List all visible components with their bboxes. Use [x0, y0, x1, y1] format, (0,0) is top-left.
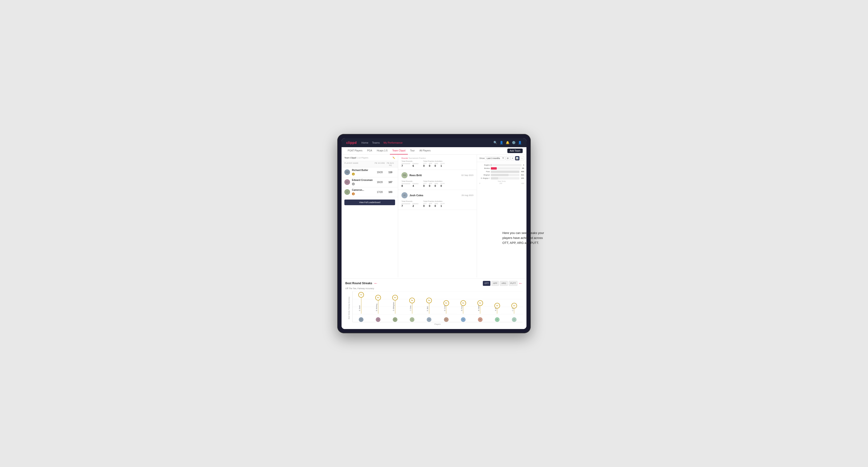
ott-stat: OTT 0 [423, 203, 427, 207]
left-panel: Team Clippd | 14 Players ✏️ PLAYER NAME … [342, 155, 398, 277]
tablet-screen: clippd Home Teams My Performance 🔍 👤 🔔 ⚙… [342, 138, 526, 329]
player-avg: 103 [385, 191, 395, 193]
player-score: 17/20 [374, 191, 385, 193]
show-select[interactable]: Last 3 months Last 6 months Last 12 mont… [485, 156, 505, 160]
metric-tab-app[interactable]: APP [491, 281, 499, 286]
tournament-stat: Tournament 7 [401, 163, 410, 167]
chart-view-button[interactable]: 📊 [515, 156, 519, 160]
streak-avatar: J [410, 317, 414, 322]
team-name: Team Clippd [344, 157, 356, 159]
grid-line [352, 314, 523, 314]
player-name: Richard Butler [352, 169, 374, 172]
total-rounds-group: Total Rounds Tournament 7 Practice 6 [401, 160, 418, 167]
grid-line [352, 291, 523, 292]
streak-avatar: E [359, 317, 364, 322]
streak-avatar: E [444, 317, 448, 322]
bar-fill [491, 177, 498, 180]
nav-home[interactable]: Home [361, 140, 368, 145]
card-avatar: JC [401, 192, 408, 198]
view-leaderboard-button[interactable]: View Full Leaderboard [344, 199, 395, 205]
table-view-button[interactable]: ↕ [520, 156, 524, 160]
player-info: Richard Butler 1 [352, 169, 374, 176]
player-score: 18/20 [374, 181, 385, 184]
tournament-sub-label: Tournament [401, 183, 410, 184]
table-row[interactable]: C Cameron... 3 17/20 103 [342, 187, 398, 197]
streak-bubble: 6x [375, 295, 381, 301]
col-pb-score: PB SCORE [374, 162, 385, 166]
metric-tab-ott[interactable]: OTT [483, 281, 490, 286]
player-avg: 110 [385, 171, 395, 174]
player-avg: 107 [385, 181, 395, 184]
card-player-name: Josh Coles [409, 194, 460, 197]
putt-value: 1 [440, 205, 445, 207]
table-row[interactable]: EC Edward Crossman 2 18/20 107 [342, 177, 398, 187]
nav-teams[interactable]: Teams [372, 140, 380, 145]
edit-icon[interactable]: ✏️ [393, 157, 395, 159]
putt-value: 0 [440, 184, 445, 187]
nav-my-performance[interactable]: My Performance [383, 140, 403, 145]
list-view-button[interactable]: ≡ [510, 156, 515, 160]
avatar-icon[interactable]: 👤 [518, 141, 522, 144]
chart-area: Eagles 3 Birdies 96 [477, 162, 526, 186]
metric-tab-arg[interactable]: ARG [500, 281, 508, 286]
arg-value: 0 [434, 164, 438, 167]
player-badge: 2 [352, 183, 355, 185]
arg-label: ARG [434, 203, 438, 205]
show-bar: Show Last 3 months Last 6 months Last 12… [477, 155, 526, 162]
subnav-pga[interactable]: PGA [365, 147, 374, 154]
arg-value: 0 [434, 184, 438, 187]
streak-bubble: 7x [358, 292, 364, 298]
practice-sub-label: Practice [412, 163, 418, 164]
bar-container [491, 177, 519, 180]
bar-label: D. Bogeys + [479, 177, 490, 179]
putt-value: 1 [440, 164, 445, 167]
bar-value: 131 [521, 177, 524, 179]
putt-label: PUTT [440, 203, 445, 205]
right-panel: Show Last 3 months Last 6 months Last 12… [477, 155, 526, 277]
putt-label: PUTT [440, 183, 445, 184]
arg-label: ARG [434, 183, 438, 184]
practice-sub-label: Practice [412, 203, 418, 205]
arg-stat: ARG 0 [434, 183, 438, 187]
streak-chart-area: Best Streak, Fairway Accuracy 7xE. Ewert… [342, 291, 526, 329]
navbar: clippd Home Teams My Performance 🔍 👤 🔔 ⚙… [342, 138, 526, 147]
ott-label: OTT [423, 183, 427, 184]
app-label: APP [429, 203, 432, 205]
player-card: RB Rees Britt 02 Sep 2023 Total Rounds T… [398, 170, 477, 190]
rank-badge: 3 [352, 192, 355, 195]
bell-icon[interactable]: 🔔 [506, 141, 509, 144]
app-value: 0 [429, 205, 432, 207]
streak-player-name: R. Britt [427, 306, 428, 311]
subnav: PGAT Players PGA Hcaps 1-5 Team Clippd T… [342, 147, 526, 155]
total-rounds-label: Total Rounds [401, 160, 418, 162]
user-icon[interactable]: 👤 [500, 141, 503, 144]
card-header: RB Rees Britt 02 Sep 2023 [401, 172, 473, 178]
arrow-right-icon[interactable]: ← [519, 281, 523, 286]
player-info: Edward Crossman 2 [352, 179, 374, 186]
ott-label: OTT [423, 163, 427, 164]
bar-value: 3 [523, 164, 524, 166]
rounds-label: Total Rounds [401, 200, 418, 203]
practice-activities-label: Total Practice Activities [423, 180, 445, 182]
nav-links: Home Teams My Performance [361, 140, 489, 145]
activities-stats: OTT 0 APP 0 ARG 0 [423, 163, 445, 167]
bar-value: 96 [522, 167, 524, 169]
metric-tab-putt[interactable]: PUTT [509, 281, 518, 286]
add-team-button[interactable]: Add Team [507, 149, 523, 153]
subnav-pgat-players[interactable]: PGAT Players [345, 147, 365, 154]
total-rounds-group: Total Rounds Tournament 8 Practice 4 [401, 180, 418, 187]
settings-icon[interactable]: ⚙️ [512, 141, 516, 144]
subnav-tour[interactable]: Tour [408, 147, 417, 154]
app-label: APP [429, 163, 432, 164]
search-icon[interactable]: 🔍 [493, 141, 497, 144]
app-stat: APP 0 [429, 203, 432, 207]
subnav-hcaps[interactable]: Hcaps 1-5 [375, 147, 390, 154]
streak-player-name: D. Billingham [393, 302, 394, 311]
subnav-team-clippd[interactable]: Team Clippd [390, 147, 408, 154]
practice-activities-label: Total Practice Activities [423, 160, 445, 162]
practice-stat: Practice 6 [412, 163, 418, 167]
subnav-all-players[interactable]: All Players [417, 147, 433, 154]
table-row[interactable]: RB Richard Butler 1 19/20 110 [342, 167, 398, 177]
putt-label: PUTT [440, 163, 445, 164]
grid-view-button[interactable]: ⊞ [506, 156, 510, 160]
